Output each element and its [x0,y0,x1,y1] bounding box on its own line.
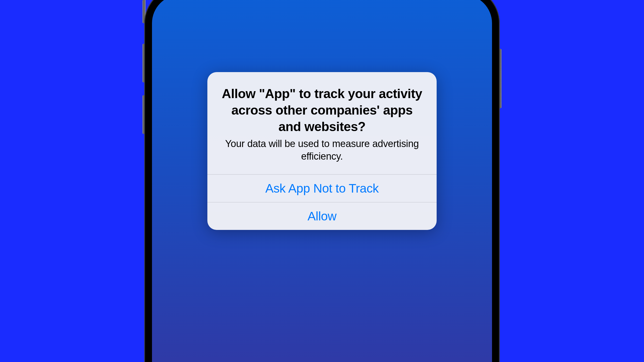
allow-button[interactable]: Allow [207,202,437,230]
dialog-title: Allow "App" to track your activity acros… [220,85,424,135]
phone-mockup: Allow "App" to track your activity acros… [142,0,502,349]
tracking-permission-dialog: Allow "App" to track your activity acros… [207,72,437,230]
dialog-header: Allow "App" to track your activity acros… [207,72,437,174]
phone-frame: Allow "App" to track your activity acros… [144,0,500,362]
ask-not-to-track-button[interactable]: Ask App Not to Track [207,174,437,202]
phone-screen: Allow "App" to track your activity acros… [152,0,492,362]
dialog-subtitle: Your data will be used to measure advert… [220,137,424,163]
